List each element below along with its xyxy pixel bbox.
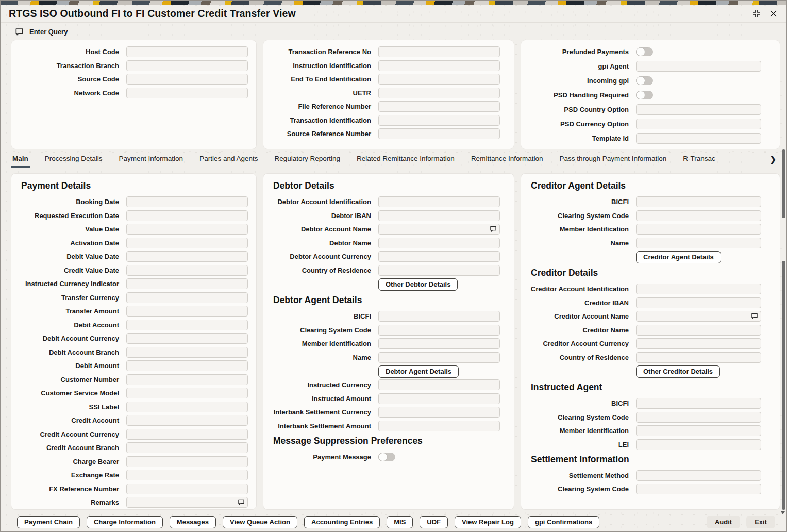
close-icon[interactable]: [769, 10, 777, 18]
source-reference-number-input[interactable]: [378, 128, 500, 139]
booking-date-input[interactable]: [126, 196, 248, 207]
member-identification-input[interactable]: [636, 224, 761, 235]
messages-button[interactable]: Messages: [170, 516, 216, 528]
customer-service-model-input[interactable]: [126, 388, 248, 398]
bicfi-input[interactable]: [636, 196, 761, 207]
clearing-system-code-input[interactable]: [636, 484, 761, 494]
credit-value-date-input[interactable]: [126, 265, 248, 276]
tab-main[interactable]: Main: [11, 154, 30, 168]
instructed-currency-input[interactable]: [378, 379, 500, 390]
debit-amount-input[interactable]: [126, 360, 248, 371]
remarks-input[interactable]: [126, 497, 248, 508]
instructed-amount-input[interactable]: [378, 393, 500, 404]
creditor-account-currency-input[interactable]: [636, 338, 761, 349]
transaction-identification-input[interactable]: [378, 115, 500, 126]
charge-information-button[interactable]: Charge Information: [87, 516, 163, 528]
credit-account-branch-input[interactable]: [126, 442, 248, 453]
payment-message-toggle[interactable]: [378, 453, 395, 461]
source-code-input[interactable]: [126, 74, 248, 85]
tab-payment-information[interactable]: Payment Information: [118, 154, 185, 168]
creditor-name-input[interactable]: [636, 325, 761, 336]
member-identification-input[interactable]: [378, 338, 500, 349]
fx-reference-number-input[interactable]: [126, 484, 248, 494]
vertical-scrollbar[interactable]: [782, 149, 785, 510]
country-of-residence-input[interactable]: [636, 352, 761, 363]
activation-date-input[interactable]: [126, 238, 248, 248]
name-input[interactable]: [636, 238, 761, 248]
template-id-input[interactable]: [636, 133, 761, 144]
debtor-account-name-input[interactable]: [378, 224, 500, 235]
creditor-iban-input[interactable]: [636, 297, 761, 308]
comment-icon[interactable]: [751, 312, 758, 320]
payment-chain-button[interactable]: Payment Chain: [17, 516, 80, 528]
tab-parties-and-agents[interactable]: Parties and Agents: [198, 154, 259, 168]
exchange-rate-input[interactable]: [126, 470, 248, 480]
mis-button[interactable]: MIS: [387, 516, 413, 528]
lei-input[interactable]: [636, 439, 761, 450]
enter-query-icon[interactable]: [15, 27, 24, 36]
tab-related-remittance-information[interactable]: Related Remittance Information: [355, 154, 456, 168]
transfer-currency-input[interactable]: [126, 292, 248, 303]
debtor-iban-input[interactable]: [378, 210, 500, 221]
enter-query-label[interactable]: Enter Query: [29, 28, 68, 36]
requested-execution-date-input[interactable]: [126, 210, 248, 221]
file-reference-number-input[interactable]: [378, 101, 500, 112]
creditor-agent-details-button[interactable]: Creditor Agent Details: [636, 251, 721, 263]
ssi-label-input[interactable]: [126, 402, 248, 412]
credit-account-input[interactable]: [126, 415, 248, 426]
name-input[interactable]: [378, 352, 500, 363]
comment-icon[interactable]: [490, 225, 497, 232]
network-code-input[interactable]: [126, 88, 248, 98]
country-of-residence-input[interactable]: [378, 265, 500, 276]
transaction-branch-input[interactable]: [126, 60, 248, 71]
view-queue-action-button[interactable]: View Queue Action: [223, 516, 297, 528]
restore-down-icon[interactable]: [752, 9, 761, 18]
view-repair-log-button[interactable]: View Repair Log: [455, 516, 521, 528]
tab-r-transac[interactable]: R-Transac: [681, 154, 717, 168]
interbank-settlement-currency-input[interactable]: [378, 407, 500, 418]
interbank-settlement-amount-input[interactable]: [378, 421, 500, 431]
audit-button[interactable]: Audit: [707, 516, 740, 528]
debit-account-input[interactable]: [126, 320, 248, 330]
comment-icon[interactable]: [238, 498, 245, 506]
host-code-input[interactable]: [126, 46, 248, 57]
psd-handling-required-toggle[interactable]: [636, 91, 653, 99]
debtor-agent-details-button[interactable]: Debtor Agent Details: [378, 365, 459, 378]
settlement-method-input[interactable]: [636, 470, 761, 481]
tab-processing-details[interactable]: Processing Details: [43, 154, 104, 168]
member-identification-input[interactable]: [636, 425, 761, 436]
debtor-name-input[interactable]: [378, 238, 500, 248]
exit-button[interactable]: Exit: [746, 516, 775, 528]
tab-overflow-button[interactable]: ❯: [767, 154, 778, 165]
debtor-account-identification-input[interactable]: [378, 196, 500, 207]
tab-regulatory-reporting[interactable]: Regulatory Reporting: [273, 154, 342, 168]
uetr-input[interactable]: [378, 88, 500, 98]
bicfi-input[interactable]: [636, 398, 761, 409]
other-creditor-details-button[interactable]: Other Creditor Details: [636, 365, 720, 378]
clearing-system-code-input[interactable]: [378, 325, 500, 336]
instructed-currency-indicator-input[interactable]: [126, 278, 248, 289]
psd-country-option-input[interactable]: [636, 104, 761, 115]
instruction-identification-input[interactable]: [378, 60, 500, 71]
credit-account-currency-input[interactable]: [126, 429, 248, 440]
customer-number-input[interactable]: [126, 374, 248, 385]
gpi-agent-input[interactable]: [636, 61, 761, 72]
transaction-reference-no-input[interactable]: [378, 46, 500, 57]
debtor-account-currency-input[interactable]: [378, 251, 500, 262]
udf-button[interactable]: UDF: [420, 516, 448, 528]
debit-account-currency-input[interactable]: [126, 333, 248, 344]
other-debtor-details-button[interactable]: Other Debtor Details: [378, 278, 458, 291]
gpi-confirmations-button[interactable]: gpi Confirmations: [528, 516, 599, 528]
transfer-amount-input[interactable]: [126, 306, 248, 317]
scrollbar-thumb[interactable]: [782, 218, 785, 261]
creditor-account-name-input[interactable]: [636, 311, 761, 322]
tab-pass-through-payment-information[interactable]: Pass through Payment Information: [558, 154, 668, 168]
debit-value-date-input[interactable]: [126, 251, 248, 262]
prefunded-payments-toggle[interactable]: [636, 47, 653, 56]
end-to-end-identification-input[interactable]: [378, 74, 500, 85]
clearing-system-code-input[interactable]: [636, 210, 761, 221]
psd-currency-option-input[interactable]: [636, 119, 761, 129]
charge-bearer-input[interactable]: [126, 456, 248, 467]
accounting-entries-button[interactable]: Accounting Entries: [304, 516, 380, 528]
incoming-gpi-toggle[interactable]: [636, 76, 653, 85]
